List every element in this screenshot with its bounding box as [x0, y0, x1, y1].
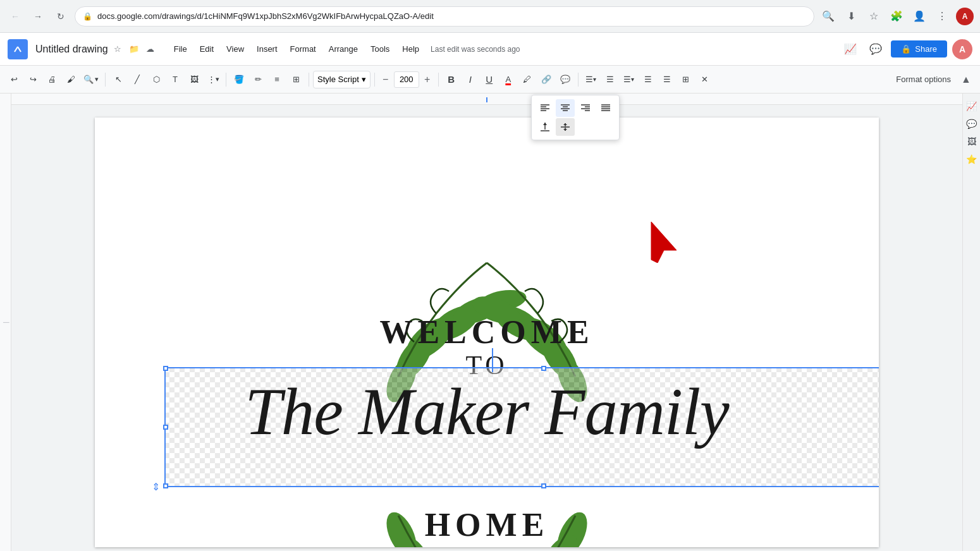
format-options-button[interactable]: Format options [891, 70, 956, 90]
zoom-button[interactable]: 🔍 ▾ [81, 70, 101, 90]
border-color-button[interactable]: ✏ [249, 70, 267, 90]
share-lock-icon: 🔒 [901, 44, 911, 54]
browser-bar: ← → ↻ 🔒 docs.google.com/drawings/d/1cHiN… [0, 0, 980, 33]
valign-middle-option[interactable] [556, 118, 575, 136]
redo-button[interactable]: ↪ [24, 70, 42, 90]
font-family-selector[interactable]: Style Script ▾ [313, 71, 371, 88]
text-tool[interactable]: T [166, 70, 184, 90]
border-weight-button[interactable]: ≡ [268, 70, 286, 90]
align-dropdown [531, 95, 620, 140]
underline-button[interactable]: U [481, 70, 498, 90]
extensions-icon[interactable]: 🧩 [888, 8, 905, 25]
menu-bar: File Edit View Insert Format Arrange Too… [168, 42, 520, 56]
align-grid [536, 99, 615, 117]
menu-view[interactable]: View [220, 42, 250, 56]
menu-tools[interactable]: Tools [364, 42, 396, 56]
link-button[interactable]: 🔗 [537, 70, 555, 90]
sidebar-panel-star[interactable]: ⭐ [964, 152, 979, 167]
app-title-area: Untitled drawing ☆ 📁 ☁ [35, 42, 157, 56]
menu-edit[interactable]: Edit [193, 42, 220, 56]
resize-handle-left[interactable]: ⇕ [152, 481, 160, 493]
bookmark-icon[interactable]: ☆ [865, 8, 883, 25]
menu-file[interactable]: File [168, 42, 193, 56]
font-color-button[interactable]: A [499, 70, 517, 90]
move-to-folder-icon[interactable]: 📁 [127, 42, 141, 56]
vertical-align-button[interactable]: ⊞ [677, 70, 695, 90]
valign-top-option[interactable] [536, 118, 554, 136]
toolbar-separator-5 [438, 73, 439, 87]
undo-button[interactable]: ↩ [5, 70, 23, 90]
sidebar-panel-comment[interactable]: 💬 [964, 116, 979, 131]
align-justify-option[interactable] [596, 99, 615, 117]
toolbar-separator-4 [374, 73, 375, 87]
toolbar-separator-2 [226, 73, 226, 87]
app-title[interactable]: Untitled drawing [35, 44, 108, 55]
star-icon[interactable]: ☆ [111, 42, 125, 56]
svg-rect-0 [13, 44, 23, 54]
share-button[interactable]: 🔒 Share [891, 40, 947, 58]
forward-button[interactable]: → [29, 8, 47, 25]
indent-less-button[interactable]: ☰ [639, 70, 657, 90]
drawing-canvas[interactable]: WELCOME TO The Maker Family HOME JENNIFE… [95, 118, 879, 547]
download-icon[interactable]: ⬇ [842, 8, 860, 25]
select-tool[interactable]: ↖ [109, 70, 127, 90]
toolbar-separator-3 [309, 73, 309, 87]
font-size-area: − + [379, 71, 434, 88]
browser-right-icons: 🔍 ⬇ ☆ 🧩 👤 ⋮ A [819, 8, 974, 25]
comment-button[interactable]: 💬 [556, 70, 574, 90]
user-avatar[interactable]: A [952, 39, 972, 59]
font-size-input[interactable] [394, 71, 419, 88]
text-cursor [492, 348, 493, 372]
canvas-scroll-area[interactable]: WELCOME TO The Maker Family HOME JENNIFE… [11, 94, 962, 551]
header-right: 📈 💬 🔒 Share A [840, 39, 972, 59]
fill-color-button[interactable]: 🪣 [230, 70, 248, 90]
sidebar-panel-explore[interactable]: 📈 [964, 99, 979, 114]
toolbar-separator-1 [105, 73, 106, 87]
svg-marker-25 [563, 129, 567, 131]
image-tool[interactable]: 🖼 [185, 70, 203, 90]
collapse-toolbar-button[interactable]: ▲ [957, 71, 975, 88]
paint-format-button[interactable]: 🖌 [62, 70, 80, 90]
profile-avatar[interactable]: A [956, 8, 974, 25]
address-bar[interactable]: 🔒 docs.google.com/drawings/d/1cHiNMFq9W1… [75, 6, 814, 27]
lock-icon: 🔒 [83, 12, 92, 21]
print-button[interactable]: 🖨 [43, 70, 61, 90]
right-sidebar: 📈 💬 🖼 ⭐ [962, 94, 980, 551]
back-button[interactable]: ← [6, 8, 24, 25]
font-size-decrease[interactable]: − [379, 73, 393, 87]
menu-help[interactable]: Help [396, 42, 426, 56]
line-tool[interactable]: ╱ [128, 70, 146, 90]
refresh-button[interactable]: ↻ [52, 8, 70, 25]
bulleted-list-button[interactable]: ☰ ▾ [620, 70, 638, 90]
more-tools[interactable]: ⋮ ▾ [204, 70, 222, 90]
indent-more-button[interactable]: ☰ [658, 70, 676, 90]
shape-tool[interactable]: ⬡ [147, 70, 165, 90]
font-family-value: Style Script [317, 75, 359, 84]
align-center-option[interactable] [556, 99, 575, 117]
clear-format-button[interactable]: ✕ [696, 70, 714, 90]
numbered-list-button[interactable]: ☰ [601, 70, 619, 90]
profile-icon[interactable]: 👤 [910, 8, 928, 25]
bold-button[interactable]: B [443, 70, 460, 90]
drawings-logo-icon [11, 43, 24, 56]
font-size-increase[interactable]: + [420, 73, 434, 87]
sidebar-panel-image[interactable]: 🖼 [964, 134, 979, 149]
highlight-color-button[interactable]: 🖊 [518, 70, 536, 90]
toolbar: ↩ ↪ 🖨 🖌 🔍 ▾ ↖ ╱ ⬡ T 🖼 ⋮ ▾ 🪣 ✏ ≡ ⊞ Style … [0, 66, 980, 94]
menu-format[interactable]: Format [284, 42, 322, 56]
toolbar-separator-6 [578, 73, 579, 87]
menu-insert[interactable]: Insert [250, 42, 284, 56]
search-icon[interactable]: 🔍 [819, 8, 837, 25]
italic-button[interactable]: I [462, 70, 479, 90]
align-right-option[interactable] [576, 99, 595, 117]
menu-arrange[interactable]: Arrange [322, 42, 364, 56]
vertical-align-row [536, 118, 615, 136]
cloud-save-icon[interactable]: ☁ [144, 42, 157, 56]
menu-dots-icon[interactable]: ⋮ [933, 8, 951, 25]
border-dash-button[interactable]: ⊞ [287, 70, 305, 90]
ruler-indicator [486, 97, 487, 102]
align-left-option[interactable] [536, 99, 554, 117]
explore-icon[interactable]: 📈 [840, 39, 861, 59]
align-left-button[interactable]: ☰ ▾ [582, 70, 600, 90]
comments-icon[interactable]: 💬 [866, 39, 886, 59]
